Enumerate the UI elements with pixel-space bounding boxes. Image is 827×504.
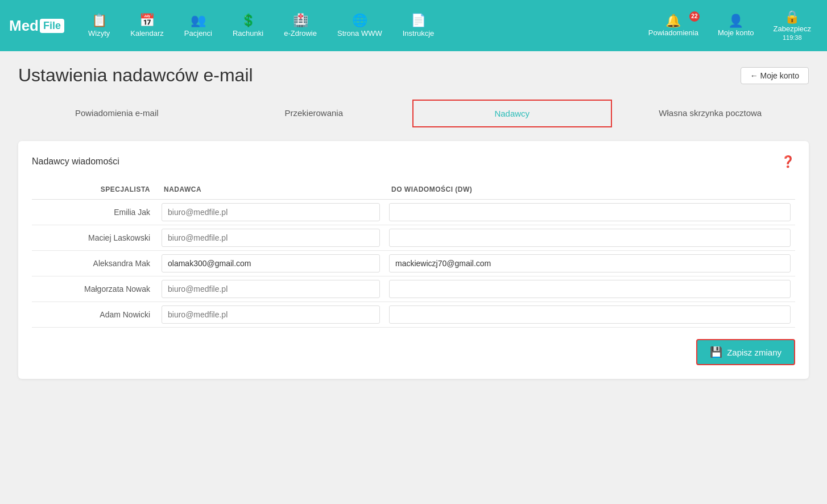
save-section: 💾 Zapisz zmiany — [32, 339, 795, 365]
specialist-name: Aleksandra Mak — [32, 251, 157, 276]
card-title: Nadawcy wiadomości — [32, 156, 119, 167]
senders-card: Nadawcy wiadomości ❓ SPECJALISTA NADAWCA… — [18, 141, 809, 379]
app-logo[interactable]: Med File — [9, 17, 64, 35]
dw-input[interactable] — [389, 203, 791, 221]
nav-item-kalendarz[interactable]: 📅 Kalendarz — [120, 10, 174, 42]
nav-item-ezdrowie[interactable]: 🏥 e-Zdrowie — [274, 10, 327, 42]
my-account-label: Moje konto — [718, 28, 754, 37]
page-title: Ustawienia nadawców e-mail — [18, 65, 253, 86]
back-button[interactable]: ← Moje konto — [741, 67, 809, 84]
nadawca-cell — [157, 251, 384, 276]
table-row: Emilia Jak — [32, 200, 795, 225]
tab-nadawcy-label: Nadawcy — [494, 109, 530, 118]
dw-input[interactable] — [389, 229, 791, 247]
notifications-label: Powiadomienia — [648, 28, 698, 37]
specialist-name: Adam Nowicki — [32, 302, 157, 328]
col-header-nadawca: NADAWCA — [157, 180, 384, 200]
wizyty-icon: 📋 — [92, 14, 107, 27]
logo-med: Med — [9, 17, 39, 35]
navbar: Med File 📋 Wizyty 📅 Kalendarz 👥 Pacjenci… — [0, 0, 827, 51]
security-label: Zabezpiecz — [774, 24, 811, 33]
page-header: Ustawienia nadawców e-mail ← Moje konto — [18, 65, 809, 86]
nav-item-stronawww[interactable]: 🌐 Strona WWW — [327, 10, 392, 42]
nav-label-ezdrowie: e-Zdrowie — [284, 29, 317, 38]
nav-label-instrukcje: Instrukcje — [403, 29, 435, 38]
stronawww-icon: 🌐 — [352, 14, 367, 27]
dw-input[interactable] — [389, 254, 791, 272]
account-icon: 👤 — [728, 15, 743, 27]
card-header: Nadawcy wiadomości ❓ — [32, 155, 795, 168]
nav-items: 📋 Wizyty 📅 Kalendarz 👥 Pacjenci 💲 Rachun… — [78, 10, 642, 42]
specialist-name: Emilia Jak — [32, 200, 157, 225]
tabs: Powiadomienia e-mail Przekierowania Nada… — [18, 100, 809, 127]
nav-item-pacjenci[interactable]: 👥 Pacjenci — [174, 10, 222, 42]
nav-label-kalendarz: Kalendarz — [130, 29, 164, 38]
col-header-specialist: SPECJALISTA — [32, 180, 157, 200]
nadawca-input[interactable] — [162, 229, 380, 247]
nadawca-input[interactable] — [162, 203, 380, 221]
nav-item-instrukcje[interactable]: 📄 Instrukcje — [392, 10, 445, 42]
dw-cell — [384, 225, 795, 251]
tab-przekierowania[interactable]: Przekierowania — [216, 100, 413, 127]
nadawca-cell — [157, 225, 384, 251]
tab-powiadomienia-label: Powiadomienia e-mail — [75, 108, 159, 118]
session-time: 119:38 — [783, 34, 802, 41]
nadawca-cell — [157, 200, 384, 225]
col-header-dw: DO WIADOMOŚCI (DW) — [384, 180, 795, 200]
my-account-button[interactable]: 👤 Moje konto — [711, 10, 761, 42]
specialist-name: Maciej Laskowski — [32, 225, 157, 251]
nav-label-pacjenci: Pacjenci — [184, 29, 212, 38]
save-button[interactable]: 💾 Zapisz zmiany — [696, 339, 795, 365]
logo-file: File — [40, 19, 64, 33]
tab-nadawcy[interactable]: Nadawcy — [412, 100, 612, 127]
nav-label-stronawww: Strona WWW — [337, 29, 382, 38]
nadawca-cell — [157, 276, 384, 302]
nadawca-input[interactable] — [162, 280, 380, 298]
ezdrowie-icon: 🏥 — [293, 14, 308, 27]
kalendarz-icon: 📅 — [139, 14, 155, 27]
nadawca-cell — [157, 302, 384, 328]
nav-label-wizyty: Wizyty — [88, 29, 110, 38]
lock-icon: 🔒 — [784, 11, 800, 23]
dw-cell — [384, 276, 795, 302]
instrukcje-icon: 📄 — [411, 14, 426, 27]
table-row: Maciej Laskowski — [32, 225, 795, 251]
rachunki-icon: 💲 — [241, 14, 256, 27]
nadawca-input[interactable] — [162, 305, 380, 324]
dw-cell — [384, 200, 795, 225]
table-row: Aleksandra Mak — [32, 251, 795, 276]
notifications-badge: 22 — [689, 11, 700, 22]
pacjenci-icon: 👥 — [191, 14, 206, 27]
tab-powiadomienia[interactable]: Powiadomienia e-mail — [18, 100, 216, 127]
tab-wlasna-skrzynka-label: Własna skrzynka pocztowa — [659, 108, 762, 118]
save-icon: 💾 — [710, 346, 722, 358]
dw-cell — [384, 302, 795, 328]
save-button-label: Zapisz zmiany — [727, 348, 781, 357]
help-icon[interactable]: ❓ — [781, 155, 795, 168]
senders-table: SPECJALISTA NADAWCA DO WIADOMOŚCI (DW) E… — [32, 180, 795, 328]
nav-item-rachunki[interactable]: 💲 Rachunki — [222, 10, 274, 42]
table-row: Adam Nowicki — [32, 302, 795, 328]
nav-right: 22 🔔 Powiadomienia 👤 Moje konto 🔒 Zabezp… — [642, 6, 818, 46]
dw-input[interactable] — [389, 280, 791, 298]
table-header-row: SPECJALISTA NADAWCA DO WIADOMOŚCI (DW) — [32, 180, 795, 200]
tab-przekierowania-label: Przekierowania — [284, 108, 343, 118]
bell-icon: 🔔 — [665, 15, 681, 27]
security-button[interactable]: 🔒 Zabezpiecz 119:38 — [767, 6, 818, 46]
notifications-button[interactable]: 22 🔔 Powiadomienia — [642, 10, 705, 42]
dw-cell — [384, 251, 795, 276]
table-row: Małgorzata Nowak — [32, 276, 795, 302]
dw-input[interactable] — [389, 305, 791, 324]
main-content: Ustawienia nadawców e-mail ← Moje konto … — [0, 51, 827, 504]
specialist-name: Małgorzata Nowak — [32, 276, 157, 302]
nav-label-rachunki: Rachunki — [233, 29, 263, 38]
nav-item-wizyty[interactable]: 📋 Wizyty — [78, 10, 120, 42]
nadawca-input[interactable] — [162, 254, 380, 272]
tab-wlasna-skrzynka[interactable]: Własna skrzynka pocztowa — [612, 100, 809, 127]
